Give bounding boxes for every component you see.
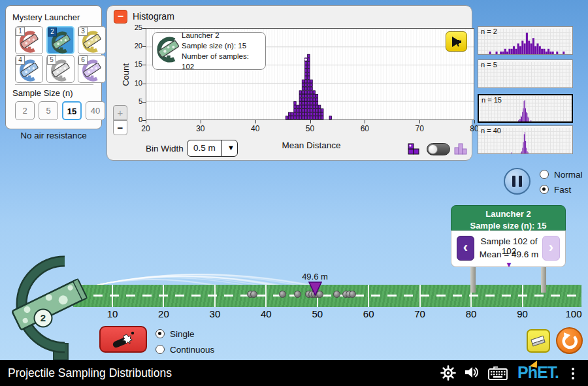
mode-radio-continuous[interactable]: Continuous [155,343,214,356]
divider [221,140,222,156]
field-tick-label-20: 20 [150,308,176,319]
speed-radio-fast[interactable]: Fast [540,183,571,196]
info-line-num-samples: Number of samples: 102 [182,52,249,71]
eraser-button[interactable] [527,329,550,353]
toggle-knob[interactable] [428,144,438,154]
x-tick-label-30: 30 [191,124,210,133]
launch-button[interactable] [99,326,147,353]
reset-all-button[interactable] [556,327,583,354]
field-tick-label-50: 50 [304,308,331,319]
bars-view-icon [453,140,468,156]
field-tick-label-100: 100 [561,308,587,319]
mini-histogram-n40[interactable]: n = 40 [478,125,573,154]
radio-label: Continuous [170,345,214,355]
pause-icon [519,176,522,187]
radio-button[interactable] [155,329,165,338]
launcher-number: 5 [47,56,56,65]
previous-sample-button[interactable]: ‹ [457,236,474,261]
collapse-button[interactable]: − [114,10,127,24]
mini-histogram-label: n = 15 [482,96,502,104]
x-tick-mark [365,120,365,123]
field-center-dashed-line [77,295,578,297]
bin-width-value: 0.5 m [193,143,216,153]
mini-histogram-n2[interactable]: n = 2 [478,26,573,55]
billboard-post [541,266,546,293]
mini-histogram-n5[interactable]: n = 5 [478,59,573,88]
x-tick-label-70: 70 [410,124,429,133]
x-tick-mark [419,120,420,123]
launcher-button-6[interactable]: 6 [78,55,106,83]
radio-button[interactable] [540,185,549,194]
sample-size-button-40[interactable]: 40 [86,101,105,120]
radio-button[interactable] [540,170,549,179]
field-tick-label-80: 80 [458,308,484,319]
pause-button[interactable] [504,168,531,195]
y-tick-mark [142,28,146,29]
keyboard-icon[interactable] [487,365,508,381]
launcher-icon [155,37,182,63]
mini-histogram-label: n = 40 [481,127,501,135]
projectile-ball [294,291,301,298]
field-strip [73,285,581,307]
y-tick-mark [142,65,146,65]
field-line-90 [522,285,523,307]
mean-marker-icon [308,281,322,296]
mini-histogram-label: n = 2 [481,27,497,35]
radio-button[interactable] [155,345,165,354]
field-line-30 [214,285,216,307]
y-tick-label-25: 25 [125,24,142,31]
billboard-header: Launcher 2 Sample size (n): 15 [451,205,566,231]
phet-logo-text: PhET. [517,363,559,381]
field-tick-label-30: 30 [202,308,228,319]
launcher-button-1[interactable]: 1 [15,26,43,54]
bin-width-dropdown[interactable]: 0.5 m ▼ [187,140,238,157]
field-line-10 [112,285,113,307]
mode-radio-single[interactable]: Single [155,327,195,340]
field-tick-label-40: 40 [253,308,279,319]
phet-logo[interactable]: PhET. [517,363,559,382]
eraser-icon [530,334,547,347]
chevron-down-icon: ▼ [227,144,235,152]
y-tick-label-15: 15 [125,60,142,68]
panel-title: Mystery Launcher [12,12,80,22]
histogram-view-toggle[interactable] [427,143,450,155]
launcher-button-4[interactable]: 4 [15,55,43,83]
reset-arrow-icon [561,332,578,349]
navigation-bar: Projectile Sampling Distributions [0,360,588,386]
launcher-button-2[interactable]: 2 [46,26,74,54]
mini-histogram-n15[interactable]: n = 15 [478,94,573,123]
sample-size-button-5[interactable]: 5 [39,101,58,120]
megaphone-icon [450,36,463,48]
sonification-button[interactable] [446,31,467,52]
histogram-title: Histogram [133,11,174,22]
launcher-number: 4 [16,56,25,65]
info-line-sample-size: Sample size (n): 15 [182,42,246,50]
billboard-sample-size: Sample size (n): 15 [470,221,546,231]
x-tick-label-20: 20 [136,124,155,133]
radio-label: Normal [554,170,583,180]
bin-width-label: Bin Width [146,144,184,153]
launcher-button-3[interactable]: 3 [78,26,106,54]
launcher-number: 3 [78,27,88,36]
speed-radio-normal[interactable]: Normal [540,168,583,181]
menu-dots-icon[interactable] [572,366,574,381]
simulation-screen: 102030405060708090100 49.6 m 2 Mystery L… [0,0,588,386]
sound-icon[interactable] [465,365,479,379]
gear-icon[interactable] [440,365,456,381]
sample-size-button-15[interactable]: 15 [62,101,82,120]
info-line-launcher: Launcher 2 [182,31,220,39]
pause-icon [512,176,515,187]
no-air-resistance-text: No air resistance [5,131,102,140]
x-tick-label-40: 40 [246,124,265,133]
field-tick-label-90: 90 [510,308,536,319]
sample-size-button-2[interactable]: 2 [15,101,35,120]
mean-value: Mean = 49.6 m [480,249,538,259]
launcher-cannon: 2 [1,255,101,360]
histogram-panel: − Histogram Count Launcher 2 Sample size… [106,5,472,161]
launcher-icon [155,37,182,65]
launch-cannon-icon [110,330,137,349]
sample-info-text: Launcher 2 Sample size (n): 15 Number of… [182,30,263,72]
launcher-button-5[interactable]: 5 [46,55,74,83]
next-sample-button[interactable]: › [542,236,560,261]
field-line-60 [368,285,369,307]
